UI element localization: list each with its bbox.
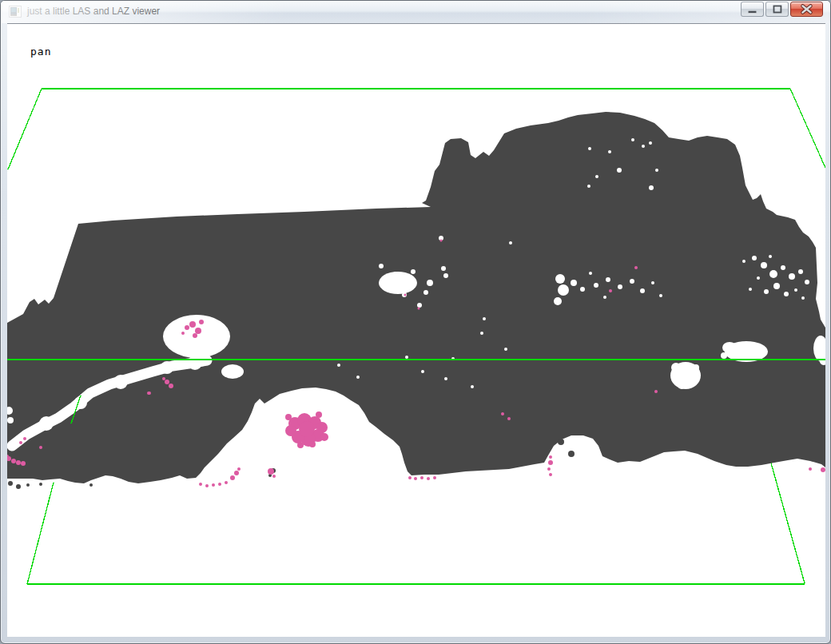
- close-icon: [791, 2, 822, 16]
- titlebar[interactable]: just a little LAS and LAZ viewer: [1, 1, 830, 23]
- close-button[interactable]: [790, 2, 823, 17]
- window-title: just a little LAS and LAZ viewer: [27, 6, 160, 17]
- mode-indicator: pan: [30, 46, 51, 58]
- minimize-icon: [742, 2, 763, 16]
- window-controls: [741, 2, 823, 17]
- app-icon: [9, 6, 22, 18]
- point-cloud-scene: [7, 24, 825, 637]
- app-window: just a little LAS and LAZ viewer: [0, 0, 831, 644]
- minimize-button[interactable]: [741, 2, 764, 17]
- maximize-button[interactable]: [765, 2, 789, 17]
- viewport-canvas[interactable]: pan: [7, 23, 825, 637]
- maximize-icon: [766, 2, 788, 16]
